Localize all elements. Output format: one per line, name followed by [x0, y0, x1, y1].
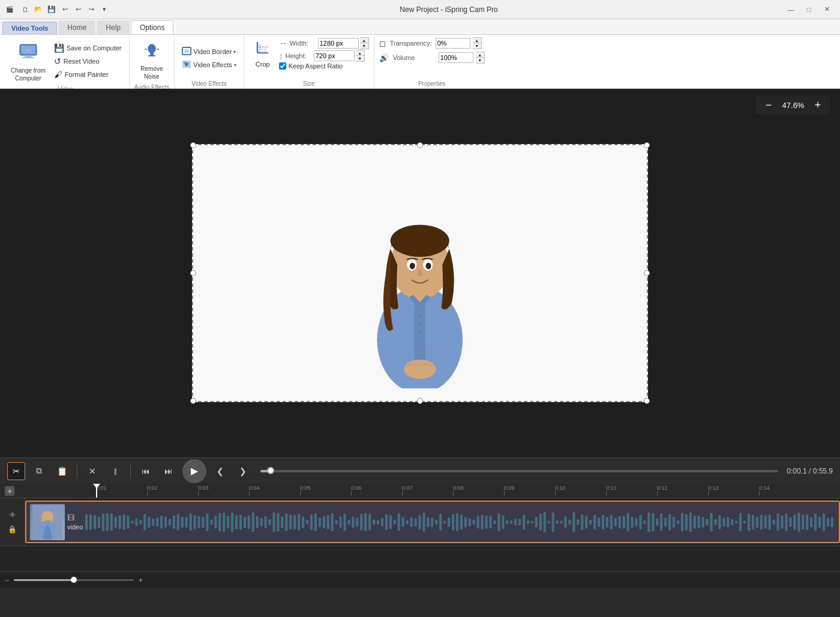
- undo-btn2[interactable]: ↩: [72, 4, 84, 16]
- handle-left-center[interactable]: [190, 270, 196, 276]
- svg-rect-41: [98, 516, 100, 528]
- video-effects-group-label: Video Effects: [179, 80, 238, 87]
- playhead[interactable]: [96, 484, 97, 498]
- change-from-computer-btn[interactable]: → Change fromComputer: [7, 37, 49, 85]
- context-tab-video-tools[interactable]: Video Tools: [2, 22, 57, 34]
- transparency-input[interactable]: [436, 38, 470, 49]
- volume-input[interactable]: [439, 52, 473, 63]
- new-btn[interactable]: 🗋: [19, 4, 31, 16]
- handle-top-center[interactable]: [417, 142, 423, 148]
- video-effects-btn[interactable]: Video Effects ▾: [179, 59, 238, 71]
- volume-spinners[interactable]: ▲ ▼: [476, 52, 485, 64]
- scrubber-thumb[interactable]: [267, 467, 274, 474]
- maximize-btn[interactable]: □: [800, 1, 817, 18]
- transparency-spin-down[interactable]: ▼: [473, 43, 481, 49]
- handle-bottom-left[interactable]: [190, 398, 196, 404]
- delete-btn[interactable]: ✕: [83, 462, 101, 480]
- paste-btn[interactable]: 📋: [53, 462, 71, 480]
- svg-rect-204: [777, 513, 779, 531]
- volume-thumb[interactable]: [71, 577, 77, 583]
- svg-rect-124: [443, 520, 446, 523]
- svg-rect-182: [685, 514, 688, 529]
- svg-rect-118: [419, 515, 421, 529]
- format-painter-btn[interactable]: 🖌 Format Painter: [52, 68, 124, 80]
- handle-bottom-center[interactable]: [417, 398, 423, 404]
- svg-rect-86: [286, 513, 288, 531]
- volume-slider[interactable]: [14, 579, 134, 581]
- width-spin-up[interactable]: ▲: [360, 38, 368, 43]
- ribbon-group-properties-content: ◻ Transparency: ▲ ▼ 🔊 Volume ▲ ▼: [379, 37, 485, 79]
- width-spin-down[interactable]: ▼: [360, 43, 368, 49]
- volume-spin-down[interactable]: ▼: [476, 58, 484, 63]
- handle-bottom-right[interactable]: [644, 398, 650, 404]
- svg-rect-42: [102, 513, 104, 531]
- quick-access-toolbar[interactable]: 🗋 📂 💾 ↩ ↩ ↪ ▾: [19, 4, 110, 16]
- tab-help[interactable]: Help: [97, 20, 130, 34]
- track-visibility-btn[interactable]: 👁: [7, 510, 18, 520]
- height-spinners[interactable]: ▲ ▼: [356, 50, 365, 62]
- crop-btn[interactable]: Crop: [249, 37, 277, 70]
- transparency-spin-up[interactable]: ▲: [473, 38, 481, 43]
- svg-rect-6: [150, 53, 154, 55]
- svg-rect-210: [802, 514, 804, 529]
- svg-rect-177: [664, 517, 667, 526]
- remove-noise-btn[interactable]: RemoveNoise: [136, 37, 167, 83]
- height-spin-up[interactable]: ▲: [356, 50, 364, 56]
- svg-rect-141: [514, 519, 517, 525]
- remove-noise-icon: [141, 40, 163, 63]
- prev-frame-btn[interactable]: ❮: [211, 462, 229, 480]
- tab-home[interactable]: Home: [58, 20, 95, 34]
- next-frame-btn[interactable]: ❯: [234, 462, 252, 480]
- close-btn[interactable]: ✕: [818, 1, 835, 18]
- reset-video-btn[interactable]: ↺ Reset Video: [52, 55, 124, 67]
- add-track-btn[interactable]: +: [5, 486, 14, 496]
- window-controls[interactable]: — □ ✕: [782, 1, 835, 18]
- more-btn[interactable]: ▾: [98, 4, 110, 16]
- transparency-label: Transparency:: [390, 40, 433, 47]
- vol-plus-btn[interactable]: +: [139, 576, 143, 585]
- redo-btn[interactable]: ↪: [85, 4, 97, 16]
- ruler-mark: 0:10: [555, 485, 606, 496]
- video-border-dropdown: ▾: [233, 49, 236, 55]
- track-lock-btn[interactable]: 🔒: [7, 524, 18, 535]
- width-input[interactable]: [318, 38, 359, 49]
- transparency-spinners[interactable]: ▲ ▼: [473, 37, 482, 49]
- rewind-btn[interactable]: ⏮: [137, 462, 155, 480]
- reset-icon: ↺: [54, 56, 61, 66]
- video-frame[interactable]: [192, 144, 648, 402]
- step-forward-btn[interactable]: ⏭: [160, 462, 178, 480]
- svg-rect-96: [327, 515, 329, 529]
- handle-right-center[interactable]: [644, 270, 650, 276]
- save-btn[interactable]: 💾: [46, 4, 58, 16]
- svg-rect-19: [260, 47, 267, 53]
- tab-options[interactable]: Options: [131, 20, 173, 34]
- width-spinners[interactable]: ▲ ▼: [360, 37, 369, 49]
- scrubber[interactable]: [260, 470, 778, 472]
- zoom-minus-btn[interactable]: −: [762, 98, 775, 112]
- keep-aspect-checkbox[interactable]: [279, 62, 286, 70]
- play-btn[interactable]: ▶: [182, 459, 206, 483]
- playback-time: 0:00.1 / 0:55.9: [787, 467, 833, 475]
- ruler-mark: 0:12: [657, 485, 708, 496]
- svg-rect-104: [361, 514, 363, 531]
- vol-minus-btn[interactable]: −: [5, 576, 9, 585]
- handle-top-right[interactable]: [644, 142, 650, 148]
- svg-rect-216: [827, 518, 829, 526]
- undo-btn[interactable]: ↩: [59, 4, 71, 16]
- height-input[interactable]: [314, 50, 355, 61]
- video-clip[interactable]: 🎞 video // inline waveform - will be gen…: [25, 501, 840, 543]
- video-border-btn[interactable]: Video Border ▾: [179, 46, 238, 58]
- open-btn[interactable]: 📂: [32, 4, 44, 16]
- svg-rect-57: [164, 517, 167, 528]
- height-spin-down[interactable]: ▼: [356, 56, 364, 61]
- copy-btn[interactable]: ⧉: [30, 462, 48, 480]
- volume-spin-up[interactable]: ▲: [476, 52, 484, 58]
- svg-rect-83: [273, 512, 275, 532]
- cut-btn[interactable]: ✂: [7, 462, 25, 480]
- zoom-plus-btn[interactable]: +: [811, 98, 824, 112]
- split-btn[interactable]: ⫿: [106, 462, 124, 480]
- handle-top-left[interactable]: [190, 142, 196, 148]
- save-on-computer-btn[interactable]: 💾 Save on Computer: [52, 42, 124, 54]
- minimize-btn[interactable]: —: [782, 1, 799, 18]
- svg-rect-112: [394, 520, 396, 524]
